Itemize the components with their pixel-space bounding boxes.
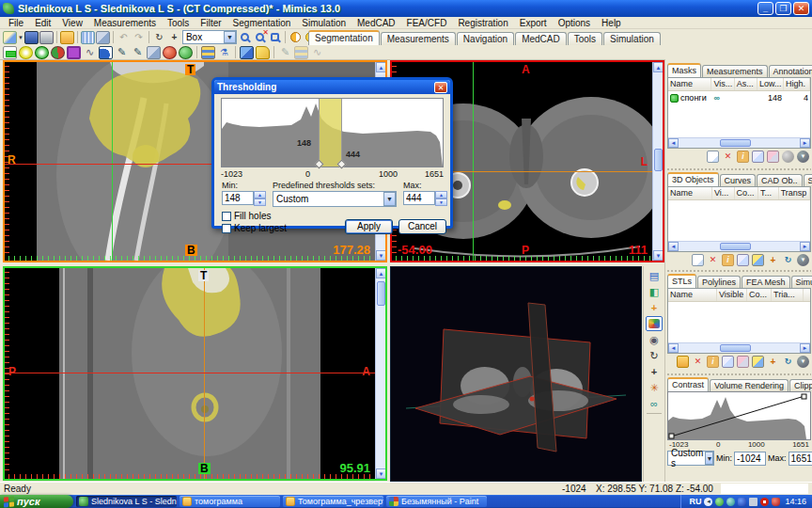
mask-stack-icon[interactable] <box>201 46 215 59</box>
min-input[interactable] <box>222 191 254 205</box>
coronal-scroll-up-icon[interactable]: ▲ <box>376 62 386 72</box>
keep-largest-checkbox[interactable]: Keep largest <box>222 223 287 233</box>
menu-simulation[interactable]: Simulation <box>297 18 351 28</box>
coronal-scroll-down-icon[interactable]: ▼ <box>376 250 386 261</box>
stls-hscroll-left-icon[interactable]: ◄ <box>668 343 679 353</box>
task-folder-tomogramma[interactable]: томограмма <box>180 496 280 507</box>
load-stl-icon[interactable] <box>677 356 689 368</box>
mask-row-spongy[interactable]: спонги ∞ 148 4 <box>668 91 810 104</box>
redo-icon[interactable]: ↷ <box>132 31 146 44</box>
masks-hscrollbar[interactable]: ◄ ► <box>668 137 810 148</box>
pan-icon[interactable]: + <box>167 31 181 44</box>
view-layout-icon[interactable]: ▤ <box>646 268 663 283</box>
tab-navigation[interactable]: Navigation <box>457 32 514 45</box>
antivirus-icon[interactable] <box>760 498 769 506</box>
max-up-icon[interactable]: ▲ <box>435 191 447 198</box>
zoom-region-icon[interactable] <box>268 31 282 44</box>
tab-simulation[interactable]: Simulation <box>603 32 661 45</box>
threshold-histogram[interactable]: 148 444 <box>221 98 444 167</box>
task-folder-tomogramma-chrezvert[interactable]: Томограмма_чрезверт <box>283 496 383 507</box>
export-stl-icon[interactable] <box>737 356 749 368</box>
stls-hscrollbar[interactable]: ◄ ► <box>668 342 810 353</box>
profile-line-icon[interactable]: ⚗ <box>217 46 231 59</box>
objects-table-header[interactable]: Name Vi... Co... T... Transp <box>668 187 810 200</box>
stl-cube-icon[interactable] <box>752 356 764 368</box>
dynamic-region-growing-icon[interactable] <box>35 46 49 59</box>
display-icon[interactable] <box>749 498 757 506</box>
min-up-icon[interactable]: ▲ <box>254 191 266 198</box>
objects-more-actions-icon[interactable]: ▼ <box>797 254 809 266</box>
bounding-box-icon[interactable]: ◧ <box>646 284 663 299</box>
sagittal-crosshair-horizontal[interactable] <box>5 373 385 373</box>
menu-options[interactable]: Options <box>554 18 595 28</box>
sagittal-crosshair-vertical[interactable] <box>204 268 205 479</box>
viewport-3d[interactable] <box>390 266 642 482</box>
tab-3d-objects[interactable]: 3D Objects <box>667 172 719 186</box>
rotate-object-icon[interactable]: ↻ <box>782 254 794 266</box>
thresholding-icon[interactable] <box>3 46 17 59</box>
coronal-crosshair-vertical[interactable] <box>112 62 113 261</box>
region-growing-icon[interactable] <box>19 46 33 59</box>
boolean-operations-icon[interactable] <box>99 46 113 59</box>
calculate-3d-icon[interactable] <box>163 46 177 59</box>
restore-button[interactable]: ❐ <box>775 2 791 15</box>
zoom-mode-combo[interactable]: Box ▼ <box>182 30 237 44</box>
new-project-icon[interactable] <box>3 31 17 44</box>
axial-crosshair-vertical[interactable] <box>473 62 474 261</box>
stls-table-header[interactable]: Name Visible Co... Tria... <box>668 289 810 302</box>
menu-help[interactable]: Help <box>597 18 626 28</box>
menu-measurements[interactable]: Measurements <box>89 18 161 28</box>
apply-button[interactable]: Apply <box>345 219 393 234</box>
edit-masks-icon[interactable] <box>51 46 65 59</box>
tab-masks[interactable]: Masks <box>667 63 701 77</box>
taskbar-clock[interactable]: 14:16 <box>785 497 806 506</box>
center-view-icon[interactable]: + <box>646 300 663 315</box>
save-icon[interactable] <box>24 31 39 44</box>
threshold-low-handle[interactable] <box>315 160 324 169</box>
start-button[interactable]: пуск <box>0 495 73 508</box>
move-stl-icon[interactable]: + <box>767 356 779 368</box>
undo-icon[interactable]: ↶ <box>117 31 131 44</box>
viewport-sagittal[interactable]: T P A B 95.91 ▲ ▼ <box>3 266 387 481</box>
contrast-min-input[interactable] <box>734 452 766 466</box>
contrast-preset-combo[interactable]: Custom s ▼ <box>667 451 714 466</box>
duplicate-mask-icon[interactable] <box>752 151 764 163</box>
tab-curves[interactable]: Curves <box>720 174 757 186</box>
tab-stls[interactable]: STLs <box>667 274 696 288</box>
preset-dropdown-icon[interactable]: ▼ <box>383 192 396 206</box>
menu-view[interactable]: View <box>57 18 87 28</box>
min-down-icon[interactable]: ▼ <box>254 198 266 206</box>
tray-icon-green[interactable] <box>715 498 724 506</box>
tab-annotations[interactable]: Annotations <box>769 65 812 77</box>
minimize-button[interactable]: _ <box>757 2 773 15</box>
calculate-polylines-icon[interactable] <box>179 46 193 59</box>
tray-icon-teal[interactable] <box>726 498 735 506</box>
cavity-fill-icon[interactable]: ✎ <box>131 46 145 59</box>
new-mask-icon[interactable] <box>707 151 719 163</box>
zoom-mode-dropdown-icon[interactable]: ▼ <box>224 31 236 43</box>
contrast-preset-dropdown-icon[interactable]: ▼ <box>705 452 713 465</box>
tab-measurements[interactable]: Measurements <box>381 32 456 45</box>
menu-filter[interactable]: Filter <box>195 18 226 28</box>
hide-icons-chevron[interactable]: ◄ <box>704 498 712 506</box>
sagittal-scroll-up-icon[interactable]: ▲ <box>376 268 386 278</box>
tab-segmentation[interactable]: Segmentation <box>308 30 380 45</box>
multiple-slice-edit-icon[interactable]: ✎ <box>115 46 129 59</box>
morphology-icon[interactable]: ∿ <box>83 46 97 59</box>
axial-scroll-down-icon[interactable]: ▼ <box>653 250 664 261</box>
delete-object-icon[interactable]: ✕ <box>707 254 719 266</box>
mask-color-swatch[interactable] <box>670 94 679 103</box>
task-paint[interactable]: Безымянный - Paint <box>386 496 487 507</box>
thresholding-dialog[interactable]: Thresholding ✕ 148 444 -1023 0 1000 1651… <box>211 77 453 229</box>
rotate-3d-icon[interactable]: ↻ <box>646 348 663 363</box>
object-cube-icon[interactable] <box>752 254 764 266</box>
label-mask-icon[interactable] <box>256 46 270 59</box>
tab-soft-tissue[interactable]: Soft tis.. <box>804 174 812 186</box>
print-icon[interactable] <box>39 31 54 44</box>
tab-clipping[interactable]: Clipping <box>789 379 812 391</box>
masks-hscroll-right-icon[interactable]: ► <box>800 138 810 148</box>
thresholding-dialog-titlebar[interactable]: Thresholding ✕ <box>214 80 450 94</box>
thresholding-close-icon[interactable]: ✕ <box>434 82 447 93</box>
sagittal-scrollbar[interactable]: ▲ ▼ <box>375 268 385 479</box>
objects-hscroll-left-icon[interactable]: ◄ <box>668 242 679 251</box>
